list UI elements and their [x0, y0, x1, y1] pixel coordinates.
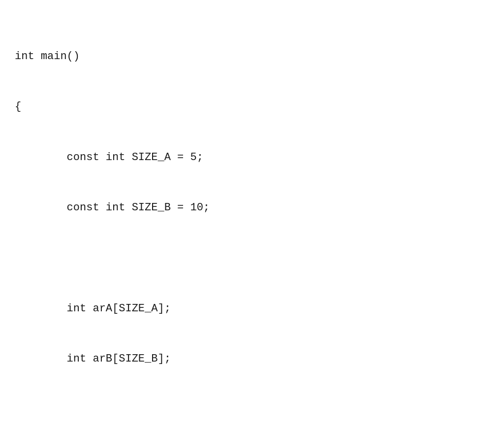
code-display: int main() { const int SIZE_A = 5; const…: [15, 15, 489, 432]
line-3: const int SIZE_A = 5;: [15, 149, 489, 166]
line-5: [15, 250, 489, 266]
code-text: int arA[SIZE_A];: [15, 302, 171, 315]
code-text: {: [15, 100, 21, 113]
code-text: int arB[SIZE_B];: [15, 353, 171, 365]
code-text: int main(): [15, 50, 80, 63]
line-6: int arA[SIZE_A];: [15, 300, 489, 317]
code-text: const int SIZE_A = 5;: [15, 151, 203, 164]
line-2: {: [15, 99, 489, 115]
line-8: [15, 401, 489, 418]
line-4: const int SIZE_B = 10;: [15, 199, 489, 216]
line-1: int main(): [15, 48, 489, 65]
line-7: int arB[SIZE_B];: [15, 351, 489, 367]
code-text: const int SIZE_B = 10;: [15, 201, 210, 214]
